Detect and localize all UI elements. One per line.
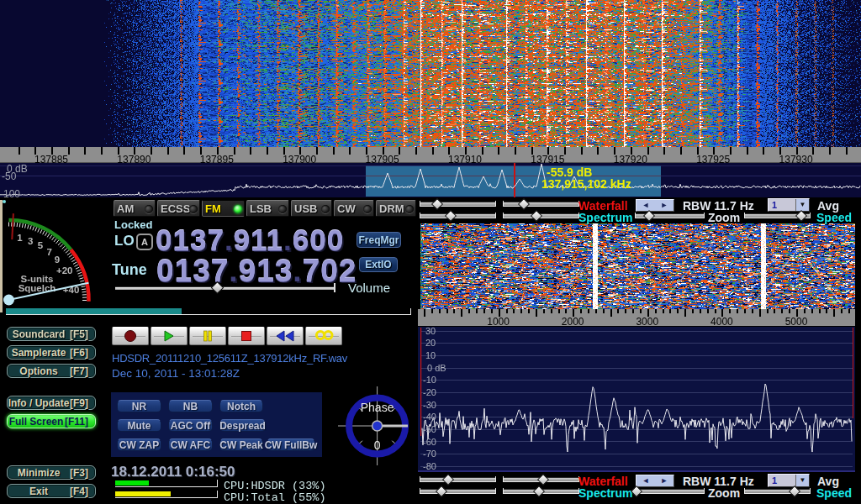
svg-text:1: 1 bbox=[17, 233, 23, 243]
svg-text:+20: +20 bbox=[56, 265, 73, 276]
svg-text:3: 3 bbox=[28, 236, 33, 246]
svg-text:0: 0 bbox=[374, 438, 381, 452]
svg-text:9: 9 bbox=[55, 255, 60, 265]
svg-text:5: 5 bbox=[38, 240, 44, 250]
svg-text:7: 7 bbox=[46, 247, 51, 257]
svg-text:Phase: Phase bbox=[361, 401, 394, 414]
